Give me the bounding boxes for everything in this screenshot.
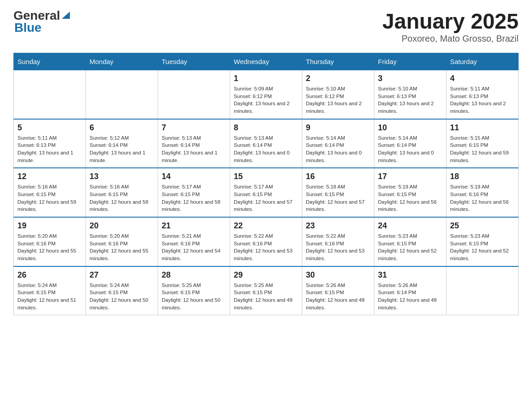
- calendar-cell: [14, 70, 86, 119]
- day-info: Sunrise: 5:23 AMSunset: 6:15 PMDaylight:…: [450, 232, 515, 262]
- day-info: Sunrise: 5:24 AMSunset: 6:15 PMDaylight:…: [90, 282, 154, 312]
- day-number: 27: [90, 270, 154, 280]
- calendar-cell: 6Sunrise: 5:12 AMSunset: 6:14 PMDaylight…: [86, 119, 158, 168]
- day-number: 15: [234, 172, 298, 181]
- day-info: Sunrise: 5:13 AMSunset: 6:14 PMDaylight:…: [234, 134, 298, 164]
- day-info: Sunrise: 5:09 AMSunset: 6:12 PMDaylight:…: [234, 85, 298, 115]
- day-info: Sunrise: 5:17 AMSunset: 6:15 PMDaylight:…: [234, 183, 298, 213]
- day-info: Sunrise: 5:10 AMSunset: 6:13 PMDaylight:…: [378, 85, 442, 115]
- day-number: 2: [306, 74, 370, 83]
- calendar-cell: 25Sunrise: 5:23 AMSunset: 6:15 PMDayligh…: [446, 217, 519, 266]
- calendar-cell: 23Sunrise: 5:22 AMSunset: 6:16 PMDayligh…: [302, 217, 374, 266]
- day-info: Sunrise: 5:26 AMSunset: 6:15 PMDaylight:…: [306, 282, 370, 312]
- page-header: General Blue January 2025 Poxoreo, Mato …: [13, 9, 519, 44]
- calendar-cell: 7Sunrise: 5:13 AMSunset: 6:14 PMDaylight…: [158, 119, 230, 168]
- day-number: 19: [17, 221, 82, 231]
- day-info: Sunrise: 5:11 AMSunset: 6:13 PMDaylight:…: [450, 85, 515, 115]
- day-info: Sunrise: 5:25 AMSunset: 6:15 PMDaylight:…: [162, 282, 226, 312]
- calendar-cell: 22Sunrise: 5:22 AMSunset: 6:16 PMDayligh…: [230, 217, 302, 266]
- day-number: 11: [450, 123, 515, 133]
- day-info: Sunrise: 5:19 AMSunset: 6:16 PMDaylight:…: [450, 183, 515, 213]
- day-info: Sunrise: 5:20 AMSunset: 6:16 PMDaylight:…: [90, 232, 154, 262]
- calendar-cell: 1Sunrise: 5:09 AMSunset: 6:12 PMDaylight…: [230, 70, 302, 119]
- day-number: 12: [17, 172, 82, 181]
- calendar-cell: 8Sunrise: 5:13 AMSunset: 6:14 PMDaylight…: [230, 119, 302, 168]
- day-info: Sunrise: 5:15 AMSunset: 6:15 PMDaylight:…: [450, 134, 515, 164]
- day-number: 28: [162, 270, 226, 280]
- day-number: 17: [378, 172, 442, 181]
- day-info: Sunrise: 5:14 AMSunset: 6:14 PMDaylight:…: [378, 134, 442, 164]
- calendar-cell: 19Sunrise: 5:20 AMSunset: 6:16 PMDayligh…: [14, 217, 86, 266]
- calendar-cell: 14Sunrise: 5:17 AMSunset: 6:15 PMDayligh…: [158, 168, 230, 217]
- day-number: 9: [306, 123, 370, 133]
- calendar-cell: 11Sunrise: 5:15 AMSunset: 6:15 PMDayligh…: [446, 119, 519, 168]
- day-number: 26: [17, 270, 82, 280]
- day-number: 16: [306, 172, 370, 181]
- calendar-cell: 27Sunrise: 5:24 AMSunset: 6:15 PMDayligh…: [86, 266, 158, 315]
- calendar-cell: 24Sunrise: 5:23 AMSunset: 6:15 PMDayligh…: [374, 217, 446, 266]
- calendar-table: SundayMondayTuesdayWednesdayThursdayFrid…: [13, 53, 519, 315]
- day-number: 10: [378, 123, 442, 133]
- day-info: Sunrise: 5:16 AMSunset: 6:15 PMDaylight:…: [90, 183, 154, 213]
- calendar-week-row: 26Sunrise: 5:24 AMSunset: 6:15 PMDayligh…: [14, 266, 519, 315]
- calendar-cell: 17Sunrise: 5:19 AMSunset: 6:15 PMDayligh…: [374, 168, 446, 217]
- title-section: January 2025 Poxoreo, Mato Grosso, Brazi…: [382, 9, 519, 44]
- day-number: 3: [378, 74, 442, 83]
- page-subtitle: Poxoreo, Mato Grosso, Brazil: [382, 34, 519, 44]
- calendar-cell: 21Sunrise: 5:21 AMSunset: 6:16 PMDayligh…: [158, 217, 230, 266]
- day-info: Sunrise: 5:10 AMSunset: 6:12 PMDaylight:…: [306, 85, 370, 115]
- calendar-cell: [158, 70, 230, 119]
- calendar-cell: 18Sunrise: 5:19 AMSunset: 6:16 PMDayligh…: [446, 168, 519, 217]
- logo: General Blue: [13, 9, 71, 35]
- weekday-header-thursday: Thursday: [302, 53, 374, 70]
- day-info: Sunrise: 5:25 AMSunset: 6:15 PMDaylight:…: [234, 282, 298, 312]
- day-info: Sunrise: 5:26 AMSunset: 6:14 PMDaylight:…: [378, 282, 442, 312]
- calendar-cell: 16Sunrise: 5:18 AMSunset: 6:15 PMDayligh…: [302, 168, 374, 217]
- weekday-header-sunday: Sunday: [14, 53, 86, 70]
- day-number: 21: [162, 221, 226, 231]
- day-number: 8: [234, 123, 298, 133]
- day-info: Sunrise: 5:23 AMSunset: 6:15 PMDaylight:…: [378, 232, 442, 262]
- day-number: 1: [234, 74, 298, 83]
- weekday-header-saturday: Saturday: [446, 53, 519, 70]
- day-number: 5: [17, 123, 82, 133]
- day-info: Sunrise: 5:19 AMSunset: 6:15 PMDaylight:…: [378, 183, 442, 213]
- day-number: 18: [450, 172, 515, 181]
- day-number: 22: [234, 221, 298, 231]
- calendar-cell: 3Sunrise: 5:10 AMSunset: 6:13 PMDaylight…: [374, 70, 446, 119]
- day-number: 30: [306, 270, 370, 280]
- day-number: 23: [306, 221, 370, 231]
- day-number: 24: [378, 221, 442, 231]
- calendar-cell: 4Sunrise: 5:11 AMSunset: 6:13 PMDaylight…: [446, 70, 519, 119]
- calendar-cell: 30Sunrise: 5:26 AMSunset: 6:15 PMDayligh…: [302, 266, 374, 315]
- calendar-cell: 13Sunrise: 5:16 AMSunset: 6:15 PMDayligh…: [86, 168, 158, 217]
- calendar-cell: 12Sunrise: 5:16 AMSunset: 6:15 PMDayligh…: [14, 168, 86, 217]
- calendar-cell: 31Sunrise: 5:26 AMSunset: 6:14 PMDayligh…: [374, 266, 446, 315]
- logo-blue: Blue: [14, 21, 42, 34]
- day-info: Sunrise: 5:13 AMSunset: 6:14 PMDaylight:…: [162, 134, 226, 164]
- day-number: 7: [162, 123, 226, 133]
- calendar-header-row: SundayMondayTuesdayWednesdayThursdayFrid…: [14, 53, 519, 70]
- calendar-week-row: 12Sunrise: 5:16 AMSunset: 6:15 PMDayligh…: [14, 168, 519, 217]
- calendar-cell: 26Sunrise: 5:24 AMSunset: 6:15 PMDayligh…: [14, 266, 86, 315]
- calendar-week-row: 19Sunrise: 5:20 AMSunset: 6:16 PMDayligh…: [14, 217, 519, 266]
- calendar-week-row: 5Sunrise: 5:11 AMSunset: 6:13 PMDaylight…: [14, 119, 519, 168]
- calendar-cell: 20Sunrise: 5:20 AMSunset: 6:16 PMDayligh…: [86, 217, 158, 266]
- calendar-cell: [446, 266, 519, 315]
- day-info: Sunrise: 5:17 AMSunset: 6:15 PMDaylight:…: [162, 183, 226, 213]
- calendar-cell: 5Sunrise: 5:11 AMSunset: 6:13 PMDaylight…: [14, 119, 86, 168]
- day-info: Sunrise: 5:20 AMSunset: 6:16 PMDaylight:…: [17, 232, 82, 262]
- calendar-cell: 2Sunrise: 5:10 AMSunset: 6:12 PMDaylight…: [302, 70, 374, 119]
- day-number: 13: [90, 172, 154, 181]
- calendar-cell: 29Sunrise: 5:25 AMSunset: 6:15 PMDayligh…: [230, 266, 302, 315]
- logo-triangle-icon: [61, 10, 71, 20]
- day-info: Sunrise: 5:16 AMSunset: 6:15 PMDaylight:…: [17, 183, 82, 213]
- day-info: Sunrise: 5:11 AMSunset: 6:13 PMDaylight:…: [17, 134, 82, 164]
- weekday-header-tuesday: Tuesday: [158, 53, 230, 70]
- day-info: Sunrise: 5:24 AMSunset: 6:15 PMDaylight:…: [17, 282, 82, 312]
- day-info: Sunrise: 5:22 AMSunset: 6:16 PMDaylight:…: [234, 232, 298, 262]
- day-number: 25: [450, 221, 515, 231]
- day-info: Sunrise: 5:22 AMSunset: 6:16 PMDaylight:…: [306, 232, 370, 262]
- weekday-header-friday: Friday: [374, 53, 446, 70]
- weekday-header-wednesday: Wednesday: [230, 53, 302, 70]
